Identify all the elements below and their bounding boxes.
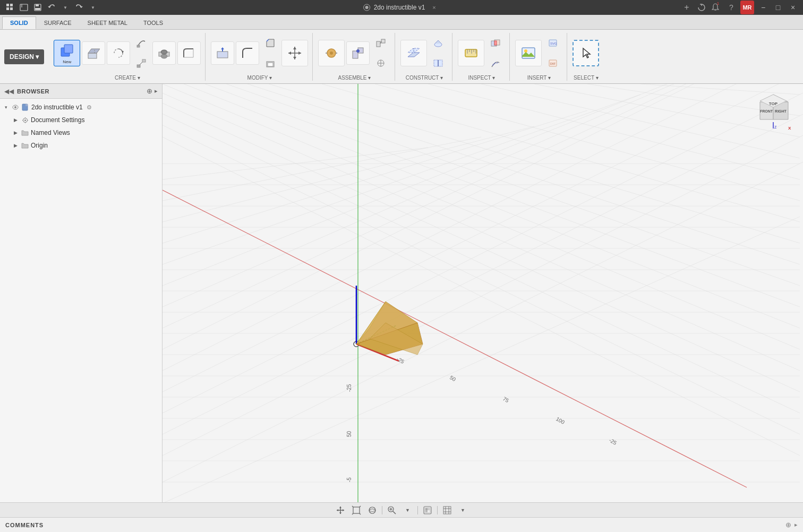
- tab-tools[interactable]: TOOLS: [135, 16, 171, 29]
- construct-tangent-plane[interactable]: [429, 33, 448, 53]
- zoom-button[interactable]: [386, 504, 398, 516]
- orbit-button[interactable]: [366, 504, 379, 516]
- assemble-label[interactable]: ASSEMBLE ▾: [338, 75, 371, 81]
- construct-midplane[interactable]: [429, 54, 448, 73]
- app-grid-button[interactable]: [4, 2, 16, 13]
- tab-sheet-metal[interactable]: SHEET METAL: [80, 16, 135, 29]
- chamfer-button[interactable]: [261, 33, 280, 53]
- root-arrow[interactable]: ▾: [2, 104, 10, 111]
- insert-group: SVG DXF INSERT ▾: [511, 33, 567, 81]
- tree-item-doc-settings[interactable]: ▶ Document Settings: [0, 114, 162, 126]
- construct-offset-plane[interactable]: [400, 40, 427, 66]
- browser-search-button[interactable]: ⊕: [147, 87, 152, 95]
- shell-button[interactable]: [261, 54, 280, 73]
- undo-button[interactable]: [46, 2, 57, 13]
- revolve-button[interactable]: [107, 41, 130, 65]
- tree-item-root[interactable]: ▾ 2do instructible v1 ⚙: [0, 101, 162, 114]
- root-doc-icon: [21, 103, 30, 111]
- save-button[interactable]: [32, 2, 44, 13]
- construct-label[interactable]: CONSTRUCT ▾: [406, 75, 443, 81]
- comments-options-button[interactable]: ▸: [795, 521, 798, 529]
- user-avatar[interactable]: MR: [740, 1, 754, 14]
- measure-button[interactable]: [458, 40, 484, 66]
- new-component-button[interactable]: New: [54, 40, 80, 66]
- modify-group: MODIFY ▾: [207, 33, 313, 81]
- origin-arrow[interactable]: ▶: [12, 142, 19, 149]
- extrude-button[interactable]: [82, 41, 105, 65]
- tab-solid[interactable]: SOLID: [2, 16, 36, 29]
- select-button[interactable]: [573, 40, 599, 66]
- viewport-canvas[interactable]: -25 50 -5 -25 50 75 100 -25: [163, 84, 803, 502]
- svg-rect-8: [35, 8, 40, 10]
- notifications-button[interactable]: 1: [711, 2, 722, 13]
- create-label[interactable]: CREATE ▾: [115, 75, 140, 81]
- tab-surface[interactable]: SURFACE: [36, 16, 80, 29]
- construct-icons: [400, 33, 448, 74]
- close-tab-button[interactable]: ×: [428, 2, 440, 13]
- svg-marker-151: [337, 509, 338, 511]
- assemble-as-built-joint[interactable]: [346, 41, 370, 65]
- select-group: SELECT ▾: [568, 33, 603, 81]
- zoom-dropdown-button[interactable]: ▼: [402, 504, 414, 516]
- insert-svg[interactable]: SVG: [543, 33, 562, 53]
- browser-collapse-button[interactable]: ◀◀: [4, 88, 14, 95]
- svg-text:FRONT: FRONT: [760, 109, 773, 113]
- svg-marker-26: [221, 47, 224, 49]
- undo-dropdown[interactable]: ▼: [59, 2, 71, 13]
- titlebar-minimize[interactable]: −: [757, 2, 769, 13]
- select-label[interactable]: SELECT ▾: [574, 75, 599, 81]
- file-menu-button[interactable]: [18, 2, 30, 13]
- sidebar: ◀◀ BROWSER ⊕ ▸ ▾: [0, 84, 163, 502]
- titlebar-maximize[interactable]: □: [772, 2, 784, 13]
- rigid-group[interactable]: [371, 33, 390, 53]
- inspect-label[interactable]: INSPECT ▾: [468, 75, 495, 81]
- redo-button[interactable]: [73, 2, 85, 13]
- svg-line-156: [352, 513, 353, 514]
- doc-settings-label: Document Settings: [31, 116, 84, 124]
- loft-button[interactable]: [132, 54, 151, 73]
- viewcube[interactable]: TOP FRONT RIGHT Z X: [752, 90, 795, 133]
- svg-rect-164: [425, 508, 428, 510]
- add-window-button[interactable]: +: [681, 2, 693, 13]
- grid-dropdown-button[interactable]: ▼: [457, 504, 469, 516]
- tree-item-named-views[interactable]: ▶ Named Views: [0, 126, 162, 139]
- sync-button[interactable]: [696, 2, 707, 13]
- named-views-arrow[interactable]: ▶: [12, 129, 19, 136]
- svg-rect-2: [6, 7, 9, 10]
- comments-add-button[interactable]: ⊕: [785, 521, 791, 529]
- insert-image-button[interactable]: [515, 40, 542, 66]
- grid-toggle-button[interactable]: [441, 504, 454, 516]
- modify-label[interactable]: MODIFY ▾: [247, 75, 272, 81]
- svg-text:RIGHT: RIGHT: [775, 109, 787, 113]
- design-dropdown-button[interactable]: DESIGN ▾: [4, 49, 44, 64]
- svg-rect-24: [217, 52, 228, 58]
- redo-dropdown[interactable]: ▼: [87, 2, 99, 13]
- sweep-button[interactable]: [132, 33, 151, 53]
- browser-options-button[interactable]: ▸: [155, 87, 158, 95]
- doc-settings-arrow[interactable]: ▶: [12, 116, 19, 124]
- pan-orbit-button[interactable]: [334, 504, 347, 516]
- svg-rect-0: [6, 4, 9, 6]
- curvature-comb[interactable]: [486, 54, 505, 73]
- insert-label[interactable]: INSERT ▾: [527, 75, 551, 81]
- display-mode-button[interactable]: [421, 504, 434, 516]
- modify-fillet-button[interactable]: [236, 41, 259, 65]
- svg-rect-18: [137, 65, 140, 67]
- root-settings-icon[interactable]: ⚙: [87, 104, 92, 111]
- tree-item-origin[interactable]: ▶ Origin: [0, 139, 162, 152]
- insert-dxf[interactable]: DXF: [543, 54, 562, 73]
- joint-button[interactable]: [318, 40, 345, 66]
- help-button[interactable]: ?: [725, 2, 737, 13]
- axis-label-y1: -25: [346, 384, 352, 392]
- svg-marker-152: [343, 509, 344, 511]
- press-pull-button[interactable]: [211, 41, 234, 65]
- svg-rect-17: [137, 45, 140, 47]
- titlebar-close[interactable]: ×: [787, 2, 799, 13]
- move-button[interactable]: [281, 40, 308, 66]
- hole-button[interactable]: [152, 41, 176, 65]
- fillet-button[interactable]: [177, 41, 201, 65]
- fit-all-button[interactable]: [350, 504, 363, 516]
- interference-check[interactable]: [486, 33, 505, 53]
- svg-marker-32: [293, 47, 296, 49]
- drive-joint[interactable]: [371, 54, 390, 73]
